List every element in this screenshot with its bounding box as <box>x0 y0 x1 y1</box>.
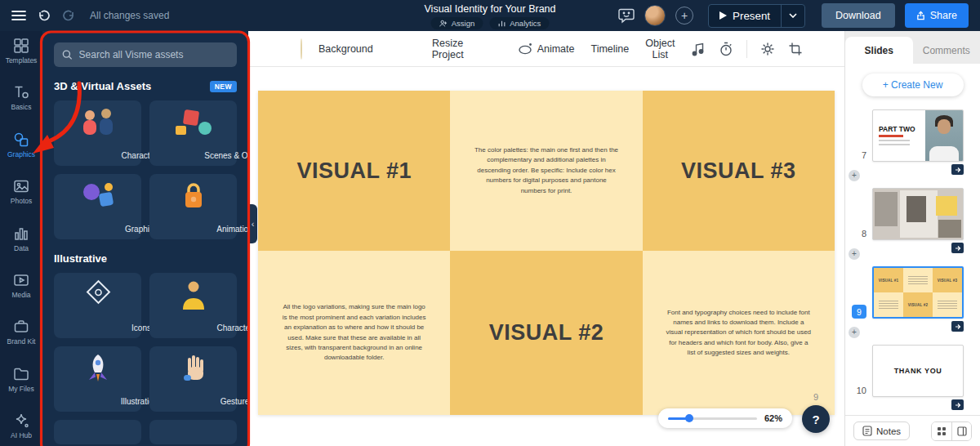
background-color-swatch[interactable] <box>301 38 302 60</box>
graphics-icon <box>13 132 29 148</box>
download-button[interactable]: Download <box>822 3 895 28</box>
sidebar-item-basics[interactable]: Basics <box>0 84 42 111</box>
list-view-button[interactable] <box>951 422 971 440</box>
tab-slides[interactable]: Slides <box>845 37 913 64</box>
present-dropdown-button[interactable] <box>781 5 804 27</box>
slides-panel: Slides Comments + Create New 7 PART TWO <box>844 31 980 446</box>
analytics-button[interactable]: Analytics <box>489 17 549 29</box>
slide-transition-badge[interactable] <box>951 399 964 410</box>
card-label: Scenes & Objects <box>194 151 249 160</box>
sidebar-label: Basics <box>11 103 31 111</box>
grid-view-button[interactable] <box>932 422 951 440</box>
slide-text-block-logo-variations[interactable]: All the logo variations, making sure the… <box>258 251 450 415</box>
add-slide-button[interactable]: + <box>849 170 860 181</box>
asset-card-scenes-objects[interactable]: Scenes & Objects <box>149 100 237 166</box>
asset-card-icons[interactable]: Icons <box>54 273 141 338</box>
slide-text-block-typography[interactable]: Font and typography choices need to incl… <box>643 251 835 415</box>
share-button[interactable]: Share <box>905 3 969 28</box>
sidebar-item-my-files[interactable]: My Files <box>0 366 42 393</box>
asset-card-characters-3d[interactable]: Characters <box>54 100 141 166</box>
sidebar-item-media[interactable]: Media <box>0 272 42 299</box>
asset-card-animations[interactable]: Animations <box>149 174 237 239</box>
ai-hub-icon <box>13 413 29 429</box>
photos-icon <box>13 178 29 194</box>
advance-arrow-icon <box>955 402 961 408</box>
slide-title-block-visual-1[interactable]: VISUAL #1 <box>258 91 450 251</box>
mini-text-lines <box>879 301 898 310</box>
slide-thumbnail-7[interactable]: PART TWO <box>872 109 964 162</box>
zoom-slider-track[interactable] <box>668 417 757 420</box>
present-button[interactable]: Present <box>709 5 781 27</box>
mini-text-lines <box>908 276 928 285</box>
settings-button[interactable] <box>760 42 775 56</box>
sidebar-item-brand-kit[interactable]: Brand Kit <box>0 319 42 346</box>
panel-collapse-handle[interactable]: ‹ <box>248 204 257 243</box>
sidebar-label: Data <box>14 244 29 252</box>
asset-card-partial[interactable] <box>149 420 237 444</box>
app-body: Templates Basics Graphics Photos Data Me… <box>0 31 980 446</box>
resize-project-button[interactable]: Resize Project <box>432 38 464 60</box>
sidebar-item-photos[interactable]: Photos <box>0 178 42 205</box>
sidebar-item-graphics[interactable]: Graphics <box>0 132 42 158</box>
notes-button[interactable]: Notes <box>853 421 910 440</box>
sidebar-label: Photos <box>11 197 32 205</box>
sidebar-item-templates[interactable]: Templates <box>0 38 42 65</box>
animate-icon <box>518 42 532 56</box>
sidebar-label: Media <box>11 291 30 299</box>
background-button[interactable]: Background <box>318 43 373 55</box>
slide-thumbnail-9-active[interactable]: VISUAL #1 VISUAL #3 VISUAL #2 <box>872 266 964 319</box>
undo-button[interactable] <box>38 9 51 22</box>
thumb8-photo-block <box>875 192 898 226</box>
assign-button[interactable]: Assign <box>431 17 483 29</box>
toolbar-divider <box>746 40 747 58</box>
tab-comments[interactable]: Comments <box>913 37 980 64</box>
slide-thumbnail-10[interactable]: THANK YOU <box>872 345 964 397</box>
asset-card-gestures[interactable]: Gestures <box>149 346 237 412</box>
canvas-toolbar: Background Resize Project Animate Timeli… <box>248 31 844 67</box>
slide-title-block-visual-3[interactable]: VISUAL #3 <box>643 91 835 251</box>
add-collaborator-button[interactable]: + <box>675 7 693 25</box>
slide-transition-badge[interactable] <box>951 243 964 253</box>
slide-thumbnail-8[interactable] <box>872 188 964 240</box>
slide-transition-badge[interactable] <box>951 321 964 332</box>
sidebar-label: My Files <box>8 385 34 393</box>
timeline-button[interactable]: Timeline <box>590 43 629 55</box>
sidebar-item-data[interactable]: Data <box>0 225 42 252</box>
audio-button[interactable] <box>691 42 706 56</box>
top-bar-center: Visual Identity for Your Brand Assign An… <box>425 3 556 29</box>
grid-view-icon <box>937 426 947 436</box>
slide-text-block-color-palettes[interactable]: The color palettes: the main one first a… <box>450 91 642 251</box>
sidebar-item-ai-hub[interactable]: AI Hub <box>0 413 42 439</box>
asset-card-characters-illustrative[interactable]: Characters <box>149 273 237 338</box>
zoom-slider-knob[interactable] <box>685 414 693 422</box>
advance-arrow-icon <box>955 245 961 252</box>
crop-button[interactable] <box>788 42 803 56</box>
slide-title-block-visual-2[interactable]: VISUAL #2 <box>450 251 642 415</box>
search-input[interactable] <box>79 49 229 60</box>
redo-button[interactable] <box>62 9 75 22</box>
slide-canvas[interactable]: VISUAL #1 The color palettes: the main o… <box>258 91 835 415</box>
slide-row-10: 10 THANK YOU <box>852 345 972 397</box>
animate-button[interactable]: Animate <box>518 42 575 56</box>
asset-card-graphics-3d[interactable]: Graphics <box>54 174 141 239</box>
user-avatar[interactable] <box>644 5 666 26</box>
zoom-value: 62% <box>764 413 782 423</box>
brand-kit-icon <box>13 319 29 335</box>
comments-bubble-button[interactable] <box>618 8 635 24</box>
add-slide-button[interactable]: + <box>849 327 860 338</box>
hamburger-menu-button[interactable] <box>11 10 26 21</box>
object-list-button[interactable]: Object List <box>645 38 675 60</box>
sidebar-label: Graphics <box>7 150 35 158</box>
help-button[interactable]: ? <box>802 405 830 433</box>
section-header-illustrative: Illustrative <box>54 252 237 265</box>
thumb8-figure-block <box>906 196 926 222</box>
add-slide-button[interactable]: + <box>849 248 860 260</box>
create-new-slide-button[interactable]: + Create New <box>862 74 964 96</box>
asset-card-partial[interactable] <box>54 420 141 444</box>
thumb7-gray-line <box>879 144 910 145</box>
search-bar <box>54 42 237 67</box>
slide-transition-badge[interactable] <box>951 164 964 175</box>
present-label: Present <box>733 10 770 22</box>
asset-card-illustrations[interactable]: Illustrations <box>54 346 141 412</box>
timer-button[interactable] <box>719 42 733 56</box>
